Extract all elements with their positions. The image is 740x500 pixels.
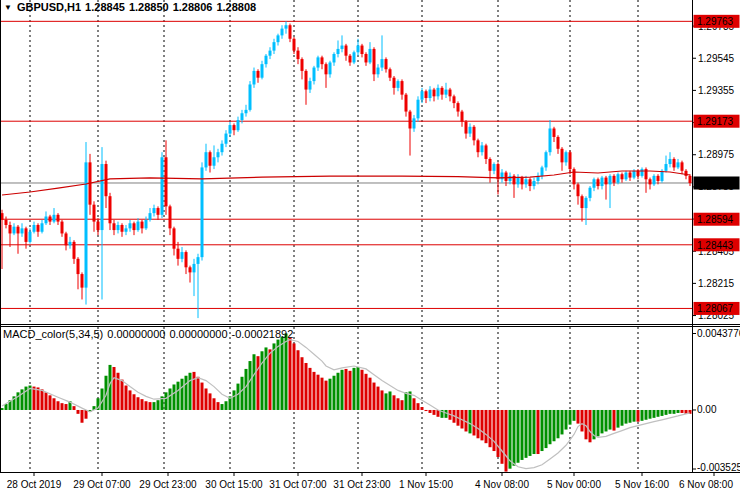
- svg-text:1.28067: 1.28067: [697, 303, 734, 314]
- quote-high: 1.28850: [129, 1, 169, 13]
- price-axis[interactable]: 1.297351.295451.293551.291651.289751.287…: [692, 21, 735, 321]
- svg-text:1.28215: 1.28215: [698, 278, 735, 289]
- svg-text:1.28975: 1.28975: [698, 149, 735, 160]
- svg-text:1.29763: 1.29763: [697, 16, 734, 27]
- quote-low: 1.28806: [173, 1, 213, 13]
- svg-text:1.28443: 1.28443: [697, 240, 734, 251]
- svg-text:-0.0035259: -0.0035259: [697, 462, 740, 473]
- svg-text:31 Oct 07:00: 31 Oct 07:00: [269, 479, 327, 490]
- quote-header: ▼GBPUSD,H11.288451.288501.288061.28808: [4, 1, 260, 13]
- svg-text:1.28594: 1.28594: [697, 214, 734, 225]
- svg-text:4 Nov 08:00: 4 Nov 08:00: [475, 479, 529, 490]
- svg-text:0.00: 0.00: [697, 404, 717, 415]
- support-resistance-lines[interactable]: [0, 21, 692, 308]
- symbol-label: GBPUSD,H1: [17, 1, 81, 13]
- quote-open: 1.28845: [85, 1, 125, 13]
- indicator-value-3: -0.00021892: [232, 328, 294, 340]
- candlesticks[interactable]: [1, 21, 692, 318]
- svg-text:1.29355: 1.29355: [698, 85, 735, 96]
- quote-close: 1.28808: [216, 1, 256, 13]
- svg-text:5 Nov 16:00: 5 Nov 16:00: [615, 479, 669, 490]
- chart-window: 1.297351.295451.293551.291651.289751.287…: [0, 0, 740, 500]
- indicator-name: MACD_color(5,34,5): [3, 328, 103, 340]
- svg-text:0.0043776: 0.0043776: [697, 328, 740, 339]
- svg-text:1 Nov 15:00: 1 Nov 15:00: [399, 479, 453, 490]
- svg-text:1.29173: 1.29173: [697, 116, 734, 127]
- svg-text:29 Oct 23:00: 29 Oct 23:00: [139, 479, 197, 490]
- symbol-dropdown-icon[interactable]: ▼: [4, 3, 12, 12]
- svg-text:1.29545: 1.29545: [698, 53, 735, 64]
- chart-canvas[interactable]: 1.297351.295451.293551.291651.289751.287…: [0, 0, 740, 500]
- indicator-value-1: 0.00000000: [107, 328, 165, 340]
- bid-price-label: 1.28808: [694, 176, 740, 189]
- svg-text:5 Nov 00:00: 5 Nov 00:00: [547, 479, 601, 490]
- svg-text:29 Oct 07:00: 29 Oct 07:00: [73, 479, 131, 490]
- indicator-header: MACD_color(5,34,5)0.000000000.00000000-0…: [3, 328, 297, 340]
- macd-histogram: [1, 334, 692, 472]
- macd-axis: 0.00437760.00-0.0035259: [692, 328, 740, 473]
- svg-text:30 Oct 15:00: 30 Oct 15:00: [205, 479, 263, 490]
- time-axis[interactable]: 28 Oct 201929 Oct 07:0029 Oct 23:0030 Oc…: [7, 472, 734, 490]
- svg-text:31 Oct 23:00: 31 Oct 23:00: [333, 479, 391, 490]
- indicator-value-2: 0.00000000: [169, 328, 227, 340]
- svg-text:1.28808: 1.28808: [697, 178, 734, 189]
- svg-text:6 Nov 08:00: 6 Nov 08:00: [679, 479, 733, 490]
- svg-text:28 Oct 2019: 28 Oct 2019: [7, 479, 62, 490]
